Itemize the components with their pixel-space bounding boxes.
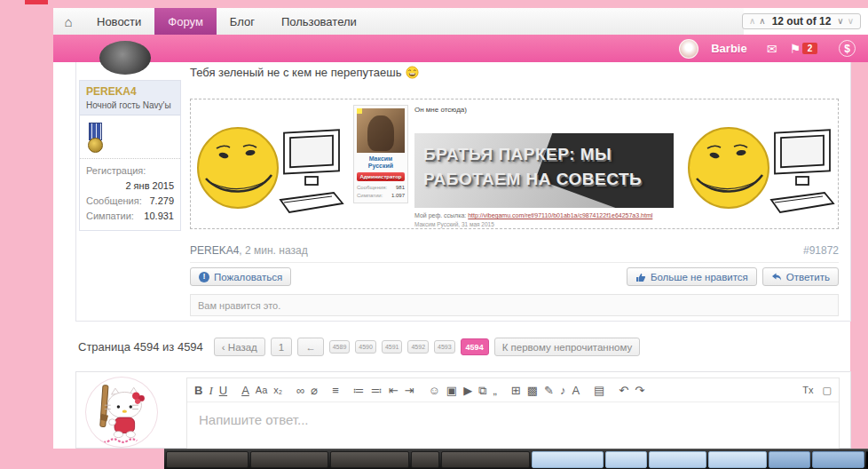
page-button[interactable]: 4593 bbox=[434, 340, 455, 354]
taskbar-button[interactable] bbox=[649, 451, 706, 468]
stat-like-value: 10.931 bbox=[144, 209, 174, 224]
alerts-flag-icon[interactable]: ⚑ bbox=[789, 42, 801, 56]
remove-format-icon[interactable]: Tx bbox=[802, 386, 813, 395]
prev-result-icon[interactable]: ∧ bbox=[759, 17, 765, 26]
stat-reg-value: 2 янв 2015 bbox=[86, 179, 174, 194]
os-taskbar bbox=[164, 449, 868, 469]
inbox-icon[interactable]: ✉ bbox=[767, 42, 777, 56]
quoted-post-byline: Максим Русский, 31 мая 2015 bbox=[414, 221, 494, 227]
page-1-button[interactable]: 1 bbox=[271, 338, 292, 356]
bold-icon[interactable]: B bbox=[194, 385, 202, 396]
taskbar-button[interactable] bbox=[532, 451, 604, 468]
jump-first-icon[interactable]: ∧ bbox=[749, 17, 755, 26]
font-style-icon[interactable]: A bbox=[572, 385, 580, 396]
current-page-button[interactable]: 4594 bbox=[461, 338, 489, 355]
unlink-icon[interactable]: ⌀ bbox=[311, 385, 318, 396]
meme-image-left[interactable] bbox=[192, 100, 346, 226]
page-button[interactable]: 4591 bbox=[382, 340, 403, 354]
quoted-user-name-link[interactable]: Максим Русский bbox=[357, 155, 405, 171]
taskbar-button[interactable] bbox=[708, 451, 766, 468]
taskbar-button[interactable] bbox=[441, 451, 531, 468]
post-card: Тебя зеленый не с кем не перепутаешь PER… bbox=[75, 62, 851, 322]
author-name-link[interactable]: PEREKA4 bbox=[86, 85, 174, 98]
taskbar-button[interactable] bbox=[812, 451, 864, 468]
tab-blog[interactable]: Блог bbox=[217, 8, 268, 35]
insert-media-icon[interactable]: ▶ bbox=[463, 385, 472, 396]
author-stats: Регистрация: 2 янв 2015 Сообщения: 7.279… bbox=[80, 158, 180, 230]
account-username[interactable]: Barbie bbox=[711, 42, 746, 55]
reply-button[interactable]: Ответить bbox=[762, 267, 839, 286]
quoted-banner-image[interactable]: БРАТЬЯ ПАРКЕР: МЫ РАБОТАЕМ НА СОВЕСТЬ bbox=[414, 133, 674, 208]
next-result-icon[interactable]: ∨ bbox=[837, 17, 843, 26]
indent-icon[interactable]: ⇥ bbox=[405, 385, 414, 396]
result-count: 12 out of 12 bbox=[772, 15, 832, 28]
report-button[interactable]: ! Пожаловаться bbox=[190, 267, 291, 286]
home-icon[interactable]: ⌂ bbox=[53, 8, 83, 35]
save-draft-icon[interactable]: ▤ bbox=[594, 385, 604, 396]
smilies-icon[interactable]: ☺ bbox=[429, 385, 440, 396]
redo-icon[interactable]: ↷ bbox=[635, 385, 644, 396]
prev-range-button[interactable]: ← bbox=[297, 338, 324, 356]
spoiler-icon[interactable]: ▩ bbox=[527, 385, 538, 396]
main-navbar: ⌂ Новости Форум Блог Пользователи ∧ ∧ 12… bbox=[53, 8, 868, 36]
subscript-icon[interactable]: x₂ bbox=[273, 386, 282, 395]
undo-icon[interactable]: ↶ bbox=[619, 385, 628, 396]
gallery-icon[interactable]: ⧉ bbox=[478, 385, 486, 396]
quoted-like-label: Симпатии: bbox=[357, 192, 383, 200]
text-color-icon[interactable]: A bbox=[241, 385, 249, 396]
credits-icon[interactable]: $ bbox=[839, 40, 856, 57]
taskbar-button[interactable] bbox=[605, 451, 647, 468]
quote-icon[interactable]: „ bbox=[493, 385, 496, 396]
tab-forum[interactable]: Форум bbox=[154, 8, 217, 35]
post-number-link[interactable]: #91872 bbox=[803, 244, 839, 257]
signature-ref-line: Мой реф. ссылка: http://vibegamu.com/ref… bbox=[414, 212, 652, 219]
reply-input[interactable]: Напишите ответ... bbox=[199, 412, 309, 427]
music-icon[interactable]: ♪ bbox=[560, 385, 566, 396]
byline-author-link[interactable]: PEREKA4 bbox=[190, 244, 239, 257]
taskbar-button[interactable] bbox=[411, 451, 439, 468]
jump-last-icon[interactable]: ∨ bbox=[848, 17, 854, 26]
unlike-button[interactable]: Больше не нравится bbox=[627, 267, 757, 286]
tab-users[interactable]: Пользователи bbox=[268, 8, 370, 35]
taskbar-button[interactable] bbox=[330, 451, 409, 468]
table-icon[interactable]: ⊞ bbox=[511, 385, 521, 396]
top-strip-mark bbox=[25, 0, 48, 4]
underline-icon[interactable]: U bbox=[219, 385, 227, 396]
taskbar-button[interactable] bbox=[166, 451, 249, 468]
stat-reg-label: Регистрация: bbox=[86, 163, 174, 179]
meme-image-right[interactable] bbox=[683, 100, 837, 226]
page-button[interactable]: 4589 bbox=[329, 340, 351, 354]
alignment-icon[interactable]: ≡ bbox=[332, 385, 339, 396]
page-button[interactable]: 4592 bbox=[407, 340, 429, 354]
tab-news[interactable]: Новости bbox=[83, 8, 154, 35]
alerts-count-badge[interactable]: 2 bbox=[802, 43, 817, 54]
bbcode-toggle-icon[interactable]: ▢ bbox=[823, 386, 832, 395]
quoted-user-stats: Сообщения: 981 Симпатии: 1.097 bbox=[357, 184, 405, 200]
link-icon[interactable]: ∞ bbox=[296, 385, 304, 396]
outdent-icon[interactable]: ⇤ bbox=[389, 385, 398, 396]
post-author-avatar[interactable] bbox=[99, 41, 151, 75]
numbered-list-icon[interactable]: ≕ bbox=[371, 385, 383, 396]
insert-image-icon[interactable]: ▣ bbox=[446, 385, 457, 396]
admin-badge: Администратор bbox=[357, 172, 405, 181]
reply-user-avatar[interactable] bbox=[85, 377, 158, 448]
first-unread-button[interactable]: К первому непрочитанному bbox=[494, 338, 641, 356]
font-size-icon[interactable]: Aa bbox=[256, 386, 267, 395]
editor-toolbar: B I U A Aa x₂ ∞ ⌀ ≡ ≔ ≕ ⇤ ⇥ ☺ ▣ ▶ ⧉ „ ⊞ … bbox=[187, 378, 839, 402]
unlike-label: Больше не нравится bbox=[651, 272, 748, 282]
ref-link[interactable]: http://vibegamu.com/ref/97110/b01ab1a/c9… bbox=[468, 212, 652, 219]
italic-icon[interactable]: I bbox=[209, 385, 212, 396]
bullet-list-icon[interactable]: ≔ bbox=[353, 385, 365, 396]
draw-icon[interactable]: ✎ bbox=[544, 385, 554, 396]
reply-editor-card: B I U A Aa x₂ ∞ ⌀ ≡ ≔ ≕ ⇤ ⇥ ☺ ▣ ▶ ⧉ „ ⊞ … bbox=[75, 371, 851, 449]
post-text-line: Тебя зеленый не с кем не перепутаешь bbox=[190, 66, 401, 79]
taskbar-button[interactable] bbox=[250, 451, 329, 468]
taskbar-button[interactable] bbox=[769, 451, 810, 468]
page-button[interactable]: 4590 bbox=[355, 340, 376, 354]
quoted-user-avatar[interactable] bbox=[357, 108, 405, 153]
account-avatar[interactable] bbox=[679, 39, 698, 59]
back-button[interactable]: ‹ Назад bbox=[214, 338, 265, 356]
result-navigator: ∧ ∧ 12 out of 12 ∨ ∨ bbox=[744, 8, 868, 35]
stat-like-label: Симпатии: bbox=[86, 209, 134, 224]
report-label: Пожаловаться bbox=[214, 272, 282, 282]
